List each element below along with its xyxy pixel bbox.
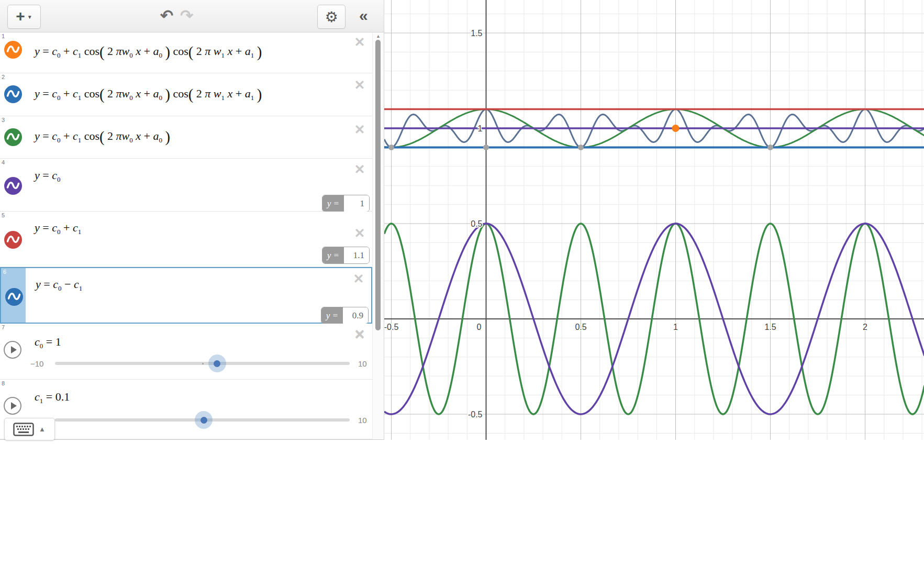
play-icon	[11, 346, 17, 353]
plus-icon: +	[16, 8, 25, 24]
slider-play-button[interactable]	[4, 341, 21, 359]
close-icon[interactable]: ✕	[353, 163, 366, 176]
slider-thumb[interactable]	[208, 354, 226, 372]
expression-visibility-icon[interactable]	[4, 230, 23, 251]
expression-row[interactable]: 6y = c0 − c1✕ y = 0.9	[0, 267, 372, 324]
scrollbar[interactable]: ▲	[372, 32, 384, 439]
toolbar: + ▼ ↶ ↷ ⚙ «	[0, 0, 384, 32]
expression-row[interactable]: 1y = c0 + c1 cos( 2 πw0 x + a0 ) cos( 2 …	[0, 32, 372, 73]
expression-row[interactable]: 5y = c0 + c1✕ y = 1.1	[0, 212, 372, 267]
expression-row[interactable]: 8c1 = 0.1✕−10 10	[0, 380, 372, 439]
expression-visibility-icon[interactable]	[4, 176, 23, 197]
close-icon[interactable]: ✕	[353, 227, 366, 240]
expression-panel: + ▼ ↶ ↷ ⚙ « 1y = c0 + c1 cos( 2 πw0 x + …	[0, 0, 384, 440]
scrollbar-thumb[interactable]	[375, 40, 381, 330]
expression-latex[interactable]: c1 = 0.1	[35, 390, 70, 405]
row-number: 1	[2, 33, 5, 39]
expression-latex[interactable]: y = c0	[35, 169, 60, 184]
svg-text:2: 2	[863, 323, 867, 331]
expression-visibility-icon[interactable]	[5, 287, 24, 308]
expression-row[interactable]: 3y = c0 + c1 cos( 2 πw0 x + a0 )✕	[0, 116, 372, 159]
expression-latex[interactable]: c0 = 1	[35, 335, 61, 350]
scroll-up-icon[interactable]: ▲	[376, 34, 381, 39]
close-icon[interactable]: ✕	[353, 123, 366, 136]
graph-paper[interactable]: -0.500.511.52-0.50.511.5	[384, 0, 924, 440]
graph-canvas: -0.500.511.52-0.50.511.5	[384, 0, 924, 440]
close-icon[interactable]: ✕	[353, 36, 366, 49]
close-icon[interactable]: ✕	[353, 328, 366, 341]
show-keyboard-button[interactable]: ▲	[4, 418, 55, 440]
expression-visibility-icon[interactable]	[4, 128, 23, 149]
expression-visibility-icon[interactable]	[4, 85, 23, 106]
svg-text:-0.5: -0.5	[384, 323, 398, 331]
close-icon[interactable]: ✕	[353, 79, 366, 92]
chevron-down-icon: ▼	[27, 14, 32, 20]
expression-latex[interactable]: y = c0 + c1	[35, 221, 81, 236]
add-expression-button[interactable]: + ▼	[7, 5, 41, 29]
expression-latex[interactable]: y = c0 + c1 cos( 2 πw0 x + a0 )	[35, 129, 170, 146]
row-number: 7	[2, 324, 5, 330]
svg-text:0.5: 0.5	[575, 323, 586, 331]
badge-value: 1	[344, 195, 369, 212]
row-number: 2	[2, 74, 5, 80]
desmos-app: + ▼ ↶ ↷ ⚙ « 1y = c0 + c1 cos( 2 πw0 x + …	[0, 0, 924, 565]
svg-text:1.5: 1.5	[764, 323, 776, 331]
row-number: 8	[2, 380, 5, 386]
svg-text:1: 1	[673, 323, 678, 331]
expression-row[interactable]: 4y = c0✕ y = 1	[0, 159, 372, 212]
play-icon	[11, 402, 17, 409]
svg-text:1: 1	[478, 124, 483, 133]
value-badge: y = 1.1	[322, 247, 370, 264]
row-number: 3	[2, 117, 5, 123]
badge-label: y =	[322, 247, 344, 263]
badge-label: y =	[321, 307, 343, 324]
redo-icon[interactable]: ↷	[180, 6, 193, 25]
badge-value: 0.9	[343, 307, 368, 324]
expression-row[interactable]: 7c0 = 1✕−10 10	[0, 324, 372, 380]
row-number: 6	[3, 269, 6, 275]
slider-play-button[interactable]	[4, 397, 21, 415]
badge-label: y =	[322, 195, 344, 212]
settings-button[interactable]: ⚙	[317, 5, 346, 29]
expression-row[interactable]: 2y = c0 + c1 cos( 2 πw0 x + a0 ) cos( 2 …	[0, 73, 372, 116]
expression-visibility-icon[interactable]	[4, 40, 23, 61]
keyboard-expand-icon: ▲	[39, 425, 46, 433]
slider-min-label: −10	[30, 359, 43, 368]
row-number: 5	[2, 212, 5, 218]
svg-text:-0.5: -0.5	[468, 410, 483, 419]
expression-latex[interactable]: y = c0 + c1 cos( 2 πw0 x + a0 ) cos( 2 π…	[35, 86, 262, 103]
svg-text:1.5: 1.5	[471, 29, 482, 38]
row-number: 4	[2, 159, 5, 165]
collapse-panel-button[interactable]: «	[359, 7, 368, 25]
value-badge: y = 1	[322, 195, 370, 212]
badge-value: 1.1	[344, 247, 369, 263]
keyboard-icon	[13, 423, 34, 436]
slider-zero-tick	[202, 363, 204, 364]
svg-text:0: 0	[477, 323, 482, 331]
value-badge: y = 0.9	[321, 307, 369, 324]
close-icon[interactable]: ✕	[352, 272, 365, 285]
expression-latex[interactable]: y = c0 + c1 cos( 2 πw0 x + a0 ) cos( 2 π…	[35, 44, 262, 61]
slider-max-label: 10	[358, 416, 367, 425]
undo-icon[interactable]: ↶	[160, 6, 173, 25]
slider-max-label: 10	[358, 359, 367, 368]
svg-text:0.5: 0.5	[471, 219, 482, 228]
gear-icon: ⚙	[325, 8, 338, 26]
slider-thumb[interactable]	[195, 411, 213, 429]
expression-latex[interactable]: y = c0 − c1	[36, 278, 82, 293]
